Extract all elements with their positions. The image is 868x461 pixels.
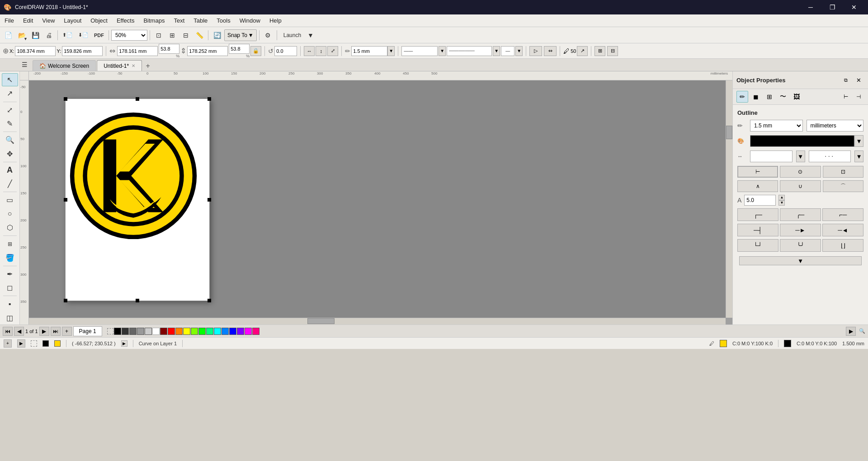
join-style-2[interactable]: ╰╯ [780, 239, 821, 252]
join-round-button[interactable]: ∪ [780, 180, 821, 192]
panel-float-button[interactable]: ⧉ [840, 74, 852, 86]
settings-button[interactable]: ⚙ [262, 29, 274, 42]
horizontal-scrollbar[interactable] [29, 318, 726, 325]
open-button[interactable]: 📂▼ [15, 29, 28, 42]
fill-tab-button[interactable]: ◼ [750, 91, 762, 103]
save-button[interactable]: 💾 [29, 29, 42, 42]
launch-button[interactable]: Launch [279, 29, 305, 42]
print-button[interactable]: 🖨 [42, 29, 55, 42]
outline-width-input[interactable] [351, 46, 387, 56]
page-next-button[interactable]: ▶ [39, 327, 49, 336]
lock-aspect-button[interactable]: 🔒 [250, 46, 261, 56]
line-end-dropdown[interactable]: ▼ [515, 46, 523, 56]
color-magenta[interactable] [245, 328, 252, 335]
line-end-combo[interactable]: — [501, 46, 514, 56]
sel-handle-bm[interactable] [136, 299, 139, 302]
color-dark-gray[interactable] [122, 328, 129, 335]
end-style-3[interactable]: ─◄ [822, 224, 863, 236]
panel-dock-right[interactable]: ⊣ [853, 91, 864, 103]
view-page-button[interactable]: ⊞ [166, 29, 179, 42]
outline-pattern-dropdown[interactable]: ▼ [796, 151, 805, 162]
export-button[interactable]: ⬇📄 [76, 29, 91, 42]
sel-handle-tm[interactable] [136, 97, 139, 101]
rect-tool-button[interactable]: ▭ [2, 193, 18, 207]
page-last-button[interactable]: ⏭ [51, 327, 61, 336]
corner-style-2[interactable]: ╭─ [780, 208, 821, 221]
join-style-1[interactable]: └┘ [737, 239, 778, 252]
v-scroll-thumb[interactable] [726, 126, 732, 139]
menu-object[interactable]: Object [86, 15, 112, 26]
freehand-tool-button[interactable]: ✎ [2, 117, 18, 130]
vertical-scrollbar[interactable] [726, 80, 732, 318]
pan-tool-button[interactable]: ✥ [2, 147, 18, 160]
color-yellow-green[interactable] [191, 328, 198, 335]
outline-color-dropdown[interactable]: ▼ [854, 135, 863, 147]
color-dark-red[interactable] [160, 328, 167, 335]
sel-handle-tl[interactable] [64, 97, 67, 101]
fill-status-swatch[interactable] [42, 340, 49, 347]
color-spring-green[interactable] [206, 328, 213, 335]
fill-tool-button[interactable]: 🪣 [2, 251, 18, 264]
cap-round-button[interactable]: ⊙ [780, 166, 821, 178]
sel-handle-bl[interactable] [64, 299, 67, 302]
menu-layout[interactable]: Layout [59, 15, 86, 26]
subselect-tool-button[interactable]: ↗ [2, 87, 18, 100]
new-button[interactable]: 📄 [2, 29, 14, 42]
snap-to-button[interactable]: Snap To ▼ [224, 29, 257, 41]
transform-button[interactable]: 🔄 [211, 29, 223, 42]
status-expand-2[interactable]: ▶ [121, 340, 127, 347]
panel-close-button[interactable]: ✕ [853, 74, 864, 86]
end-style-1[interactable]: ─┤ [737, 224, 778, 236]
menu-effects[interactable]: Effects [112, 15, 139, 26]
transform-tool-button[interactable]: ⤢ [2, 103, 18, 117]
nib-angle-btn[interactable]: ↗ [577, 46, 588, 56]
outline-width-select[interactable]: 1.5 mm 0.5 mm 1.0 mm 2.0 mm [750, 120, 803, 132]
view-fit-button[interactable]: ⊡ [152, 29, 165, 42]
corner-style-1[interactable]: ┌─ [737, 208, 778, 221]
join-miter-button[interactable]: ∧ [737, 180, 778, 192]
palette-right-button[interactable]: ▶ [846, 327, 856, 336]
color-gray[interactable] [129, 328, 137, 335]
scale-up-button[interactable]: ▲ [778, 195, 785, 200]
sel-handle-br[interactable] [208, 299, 211, 302]
color-green[interactable] [198, 328, 206, 335]
view-grid-button[interactable]: ⊟ [179, 29, 192, 42]
outline-color-swatch[interactable] [750, 135, 854, 147]
pen-tab-button[interactable]: ✏ [736, 91, 748, 103]
join-style-3[interactable]: ⌊⌋ [822, 239, 863, 252]
close-button[interactable]: ✕ [844, 0, 864, 14]
outline-dotted-box[interactable]: ··· [809, 151, 851, 162]
transform-free-button[interactable]: ⤢ [327, 46, 338, 56]
sel-handle-mr[interactable] [208, 198, 211, 202]
menu-view[interactable]: View [38, 15, 59, 26]
mirror-h-button[interactable]: ↔ [304, 46, 315, 56]
transparency-tool-button[interactable]: ◫ [2, 311, 18, 325]
scale-stroke-button[interactable]: ⇔ [544, 46, 557, 56]
menu-file[interactable]: File [0, 15, 19, 26]
scale-input[interactable] [744, 195, 776, 206]
h-pct-input[interactable] [229, 44, 250, 54]
outline-dots-dropdown[interactable]: ▼ [854, 151, 863, 162]
line-start-combo[interactable]: —— [401, 46, 438, 56]
restore-button[interactable]: ❐ [822, 0, 843, 14]
minimize-button[interactable]: ─ [800, 0, 821, 14]
outline-unit-select[interactable]: millimeters inches pixels [807, 120, 864, 132]
h-input[interactable] [187, 46, 228, 56]
color-cyan[interactable] [214, 328, 221, 335]
polygon-tool-button[interactable]: ⬡ [2, 221, 18, 234]
w-pct-input[interactable] [159, 44, 179, 54]
tab-welcome[interactable]: 🏠 Welcome Screen [33, 60, 96, 71]
outline-width-dropdown[interactable]: ▼ [387, 46, 395, 56]
line-style-combo[interactable]: ──────── [447, 46, 492, 56]
behind-fill-button[interactable]: ▷ [529, 46, 542, 56]
zoom-combo[interactable]: 50% 100% 200% [111, 30, 147, 41]
line-tool-button[interactable]: ╱ [2, 177, 18, 190]
page-first-button[interactable]: ⏮ [3, 327, 13, 336]
page-prev-button[interactable]: ◀ [14, 327, 24, 336]
view-rulers-button[interactable]: 📏 [193, 29, 206, 42]
join-bevel-button[interactable]: ⌒ [823, 180, 863, 192]
w-input[interactable] [117, 46, 158, 56]
stroke-status-swatch[interactable] [54, 340, 61, 347]
menu-tools[interactable]: Tools [212, 15, 235, 26]
shadow-tool-button[interactable]: ▪ [2, 297, 18, 310]
